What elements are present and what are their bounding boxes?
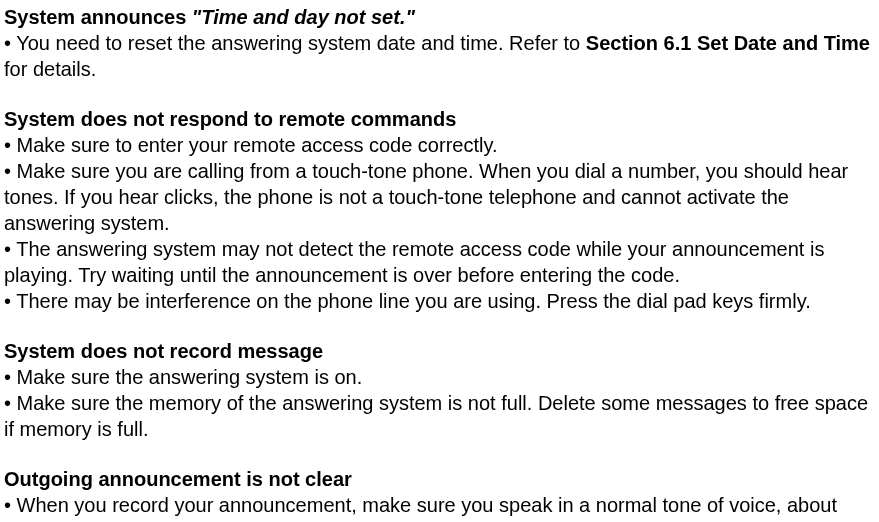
bullet-item: • The answering system may not detect th…: [4, 236, 875, 288]
bullet-item: • Make sure the answering system is on.: [4, 364, 875, 390]
section-outgoing-not-clear: Outgoing announcement is not clear • Whe…: [4, 466, 875, 522]
bullet-text: • There may be interference on the phone…: [4, 290, 811, 312]
bullet-text: • When you record your announcement, mak…: [4, 494, 837, 522]
bullet-text-pre: • You need to reset the answering system…: [4, 32, 586, 54]
bullet-item: • You need to reset the answering system…: [4, 30, 875, 82]
bullet-text-bold: Section 6.1 Set Date and Time: [586, 32, 870, 54]
section-heading: System does not respond to remote comman…: [4, 106, 875, 132]
bullet-item: • When you record your announcement, mak…: [4, 492, 875, 522]
section-heading: System does not record message: [4, 338, 875, 364]
bullet-text: • Make sure you are calling from a touch…: [4, 160, 848, 234]
bullet-item: • Make sure the memory of the answering …: [4, 390, 875, 442]
section-heading: Outgoing announcement is not clear: [4, 466, 875, 492]
bullet-text-post: for details.: [4, 58, 96, 80]
bullet-item: • There may be interference on the phone…: [4, 288, 875, 314]
bullet-text: • Make sure to enter your remote access …: [4, 134, 498, 156]
heading-quoted: "Time and day not set.": [192, 6, 415, 28]
section-remote-commands: System does not respond to remote comman…: [4, 106, 875, 314]
heading-prefix: System announces: [4, 6, 192, 28]
bullet-text: • The answering system may not detect th…: [4, 238, 824, 286]
bullet-text: • Make sure the memory of the answering …: [4, 392, 868, 440]
bullet-item: • Make sure to enter your remote access …: [4, 132, 875, 158]
bullet-text: • Make sure the answering system is on.: [4, 366, 362, 388]
section-heading: System announces "Time and day not set.": [4, 4, 875, 30]
bullet-item: • Make sure you are calling from a touch…: [4, 158, 875, 236]
section-not-record: System does not record message • Make su…: [4, 338, 875, 442]
section-time-not-set: System announces "Time and day not set."…: [4, 4, 875, 82]
